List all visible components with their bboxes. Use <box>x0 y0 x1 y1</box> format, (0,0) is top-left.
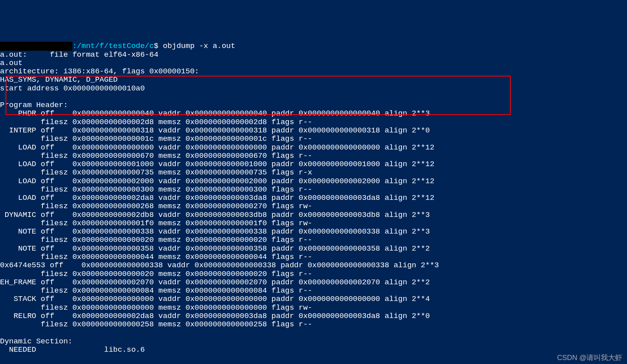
output-line: a.out <box>0 59 23 67</box>
prompt-user-host: ████████████████ <box>0 42 72 50</box>
ph-row: RELRO off 0x0000000000002da8 vaddr 0x000… <box>0 312 430 320</box>
ph-row: STACK off 0x0000000000000000 vaddr 0x000… <box>0 295 430 303</box>
output-line: start address 0x00000000000010a0 <box>0 84 145 93</box>
ph-row: LOAD off 0x0000000000000000 vaddr 0x0000… <box>0 143 435 152</box>
section-title: Program Header: <box>0 101 68 109</box>
ph-row: filesz 0x0000000000000300 memsz 0x000000… <box>0 185 312 194</box>
ph-row: NOTE off 0x0000000000000338 vaddr 0x0000… <box>0 227 430 236</box>
ph-row: LOAD off 0x0000000000002000 vaddr 0x0000… <box>0 177 435 186</box>
watermark: CSDN @请叫我大虾 <box>557 354 622 362</box>
ph-row: filesz 0x00000000000001f0 memsz 0x000000… <box>0 219 312 228</box>
ph-row: INTERP off 0x0000000000000318 vaddr 0x00… <box>0 126 430 135</box>
output-line: a.out: file format elf64-x86-64 <box>0 50 158 59</box>
command-text[interactable]: objdump -x a.out <box>163 42 235 50</box>
ph-row: filesz 0x0000000000000084 memsz 0x000000… <box>0 286 312 295</box>
ph-row: LOAD off 0x0000000000002da8 vaddr 0x0000… <box>0 193 435 202</box>
prompt-dollar: $ <box>154 42 158 50</box>
output-line: HAS_SYMS, DYNAMIC, D_PAGED <box>0 75 117 84</box>
dyn-row: NEEDED libc.so.6 <box>0 345 145 354</box>
ph-row: filesz 0x0000000000000000 memsz 0x000000… <box>0 303 312 312</box>
ph-row: filesz 0x0000000000000044 memsz 0x000000… <box>0 253 312 261</box>
ph-row: filesz 0x000000000000001c memsz 0x000000… <box>0 134 312 143</box>
terminal-output: ████████████████:/mnt/f/testCode/c$ objd… <box>0 34 627 354</box>
prompt-path: :/mnt/f/testCode/c <box>72 42 154 50</box>
ph-row: filesz 0x0000000000000020 memsz 0x000000… <box>0 236 312 244</box>
ph-row: filesz 0x0000000000000020 memsz 0x000000… <box>0 270 312 278</box>
ph-row: filesz 0x00000000000002d8 memsz 0x000000… <box>0 118 312 126</box>
ph-row: PHDR off 0x0000000000000040 vaddr 0x0000… <box>0 109 430 118</box>
section-title: Dynamic Section: <box>0 337 72 346</box>
ph-row: NOTE off 0x0000000000000358 vaddr 0x0000… <box>0 244 430 253</box>
ph-row: filesz 0x0000000000000268 memsz 0x000000… <box>0 202 312 211</box>
ph-row: filesz 0x0000000000000670 memsz 0x000000… <box>0 151 312 160</box>
output-line: architecture: i386:x86-64, flags 0x00000… <box>0 67 199 76</box>
ph-row: EH_FRAME off 0x0000000000002070 vaddr 0x… <box>0 278 430 287</box>
ph-row: 0x6474e553 off 0x0000000000000338 vaddr … <box>0 261 439 270</box>
ph-row: filesz 0x0000000000000735 memsz 0x000000… <box>0 168 312 177</box>
ph-row: filesz 0x0000000000000258 memsz 0x000000… <box>0 320 312 329</box>
ph-row: DYNAMIC off 0x0000000000002db8 vaddr 0x0… <box>0 211 430 219</box>
ph-row: LOAD off 0x0000000000001000 vaddr 0x0000… <box>0 160 435 169</box>
